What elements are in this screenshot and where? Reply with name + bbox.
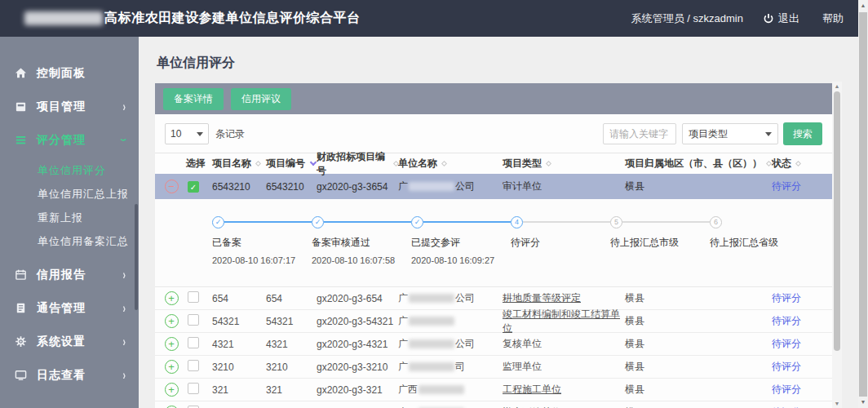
power-icon (763, 13, 774, 24)
sidebar-item-project-management[interactable]: 项目管理 › (0, 90, 139, 123)
table-row[interactable]: + 4321 4321 gx2020-g3-4321 广公司 复核单位 横县 待… (155, 333, 834, 356)
table-header-row: 选择 项目名称 项目编号 财政招标项目编号 单位名称 项目类型 项目归属地区（市… (155, 153, 834, 174)
window-scrollbar: ▲ ▼ (858, 0, 868, 408)
cell-region: 横县 (625, 360, 772, 374)
header-status[interactable]: 状态 (772, 157, 834, 171)
sidebar-item-control-panel[interactable]: 控制面板 (0, 56, 139, 90)
timeline-connector (224, 221, 312, 223)
status-link[interactable]: 待评分 (772, 361, 801, 372)
timeline-step: 4 待评分 (511, 215, 610, 265)
sidebar-subitem-re-report[interactable]: 重新上报 (0, 206, 139, 229)
sort-icon[interactable] (255, 161, 261, 166)
status-link[interactable]: 待评分 (772, 384, 801, 395)
data-table: 选择 项目名称 项目编号 财政招标项目编号 单位名称 项目类型 项目归属地区（市… (155, 153, 834, 408)
header-project-type[interactable]: 项目类型 (503, 157, 625, 171)
row-checkbox[interactable] (188, 291, 199, 303)
cell-project-name: 6543210 (212, 181, 266, 193)
table-row[interactable]: + 1313 1313 gx2020-g3-1313 广西 勘察测绘单位 横县 … (155, 401, 834, 408)
table-row-selected[interactable]: − ✓ 6543210 6543210 gx2020-g3-3654 广公司 审… (155, 174, 834, 199)
table-row[interactable]: + 3210 3210 gx2020-g3-3210 广司 监理单位 横县 待评… (155, 356, 834, 379)
sort-icon[interactable] (766, 161, 772, 166)
scrollbar-thumb[interactable] (859, 12, 867, 397)
timeline-step-date (710, 255, 778, 265)
header-unit-name[interactable]: 单位名称 (398, 157, 503, 171)
header-project-code[interactable]: 项目编号 (266, 157, 317, 171)
scroll-up-arrow[interactable]: ▲ (858, 0, 868, 11)
score-management-submenu: 单位信用评分 单位信用汇总上报 重新上报 单位信用备案汇总 (0, 157, 139, 258)
expand-icon[interactable]: + (165, 337, 179, 351)
main-content: 单位信用评分 备案详情 信用评议 10 条记录 项目类型 搜索 (139, 37, 858, 408)
status-link[interactable]: 待评分 (772, 338, 801, 349)
cell-project-name: 321 (212, 384, 266, 396)
sidebar-item-log-view[interactable]: 日志查看 › (0, 358, 139, 392)
timeline-step: ✓ 已备案 2020-08-10 16:07:17 (212, 215, 312, 265)
sidebar-subitem-unit-credit-filing-summary[interactable]: 单位信用备案汇总 (0, 229, 139, 253)
cell-region: 横县 (625, 383, 772, 397)
collapse-icon[interactable]: − (165, 180, 179, 193)
timeline-step-circle: 5 (610, 216, 622, 228)
status-link[interactable]: 待评分 (772, 180, 801, 192)
header-project-name[interactable]: 项目名称 (212, 157, 266, 171)
row-checkbox[interactable] (188, 314, 199, 326)
redacted-text (409, 362, 454, 371)
caret-down-icon (765, 132, 772, 136)
table-row[interactable]: + 54321 54321 gx2020-g3-54321 广 竣工材料编制和竣… (155, 310, 834, 333)
sidebar-scrollbar-thumb[interactable] (135, 204, 138, 310)
list-controls: 10 条记录 项目类型 搜索 (155, 114, 834, 153)
progress-timeline: ✓ 已备案 2020-08-10 16:07:17 ✓ 备案审核通过 2020-… (155, 199, 834, 287)
cell-region: 横县 (625, 314, 772, 328)
timeline-step: 5 待上报汇总市级 (610, 215, 710, 265)
row-checkbox-checked[interactable]: ✓ (188, 181, 199, 193)
row-checkbox[interactable] (188, 360, 199, 371)
project-type-select[interactable]: 项目类型 (682, 123, 778, 144)
sidebar-item-credit-report[interactable]: 信用报告 › (0, 258, 139, 291)
header-bid-code[interactable]: 财政招标项目编号 (317, 150, 398, 178)
help-button[interactable]: 帮助 (822, 11, 844, 26)
scroll-down-arrow[interactable]: ▼ (832, 399, 842, 408)
credit-review-button[interactable]: 信用评议 (231, 88, 291, 110)
expand-icon[interactable]: + (165, 291, 179, 305)
sidebar-subitem-unit-credit-score[interactable]: 单位信用评分 (0, 158, 139, 182)
sort-active-icon[interactable] (310, 159, 317, 166)
sort-icon[interactable] (441, 161, 447, 166)
timeline-step: 6 待上报汇总省级 (710, 215, 778, 265)
sidebar-item-score-management[interactable]: 评分管理 › (0, 123, 139, 157)
cell-project-name: 4321 (212, 339, 266, 350)
sidebar-subitem-unit-credit-summary-report[interactable]: 单位信用汇总上报 (0, 182, 139, 206)
header-select: 选择 (155, 157, 212, 171)
scroll-down-arrow[interactable]: ▼ (858, 397, 868, 408)
search-button[interactable]: 搜索 (783, 122, 822, 145)
status-link[interactable]: 待评分 (772, 292, 801, 304)
chevron-down-icon: › (117, 139, 131, 141)
table-row[interactable]: + 654 654 gx2020-g3-654 广公司 耕地质量等级评定 横县 … (155, 287, 834, 310)
table-row[interactable]: + 321 321 gx2020-g3-321 广西 工程施工单位 横县 待评分 (155, 379, 834, 401)
timeline-step-circle: 4 (511, 216, 523, 228)
project-icon (14, 100, 27, 113)
cell-bid-code: gx2020-g3-654 (317, 293, 398, 304)
timeline-connector (523, 221, 610, 223)
row-checkbox[interactable] (188, 337, 199, 348)
sort-icon[interactable] (795, 161, 801, 166)
cell-project-code: 4321 (266, 339, 317, 350)
timeline-step-label: 待上报汇总市级 (610, 236, 710, 250)
timeline-step-circle: ✓ (212, 216, 224, 228)
sidebar-item-system-settings[interactable]: 系统设置 › (0, 325, 139, 358)
scroll-up-arrow[interactable]: ▲ (832, 82, 842, 91)
scrollbar-thumb[interactable] (834, 91, 840, 351)
page-title: 单位信用评分 (139, 37, 858, 83)
expand-icon[interactable]: + (165, 383, 179, 397)
logout-button[interactable]: 退出 (778, 11, 799, 26)
redacted-text (409, 339, 454, 348)
filing-detail-button[interactable]: 备案详情 (163, 88, 224, 110)
sidebar-item-notice-management[interactable]: 通告管理 › (0, 291, 139, 325)
timeline-step-circle: ✓ (312, 216, 324, 228)
row-checkbox[interactable] (188, 383, 199, 394)
keyword-input[interactable] (603, 123, 676, 144)
chevron-right-icon: › (122, 335, 125, 349)
page-size-select[interactable]: 10 (165, 123, 209, 144)
expand-icon[interactable]: + (165, 314, 179, 328)
expand-icon[interactable]: + (165, 360, 179, 374)
sort-icon[interactable] (546, 161, 551, 166)
status-link[interactable]: 待评分 (772, 315, 801, 326)
header-region[interactable]: 项目归属地区（市、县（区）） (625, 157, 772, 171)
